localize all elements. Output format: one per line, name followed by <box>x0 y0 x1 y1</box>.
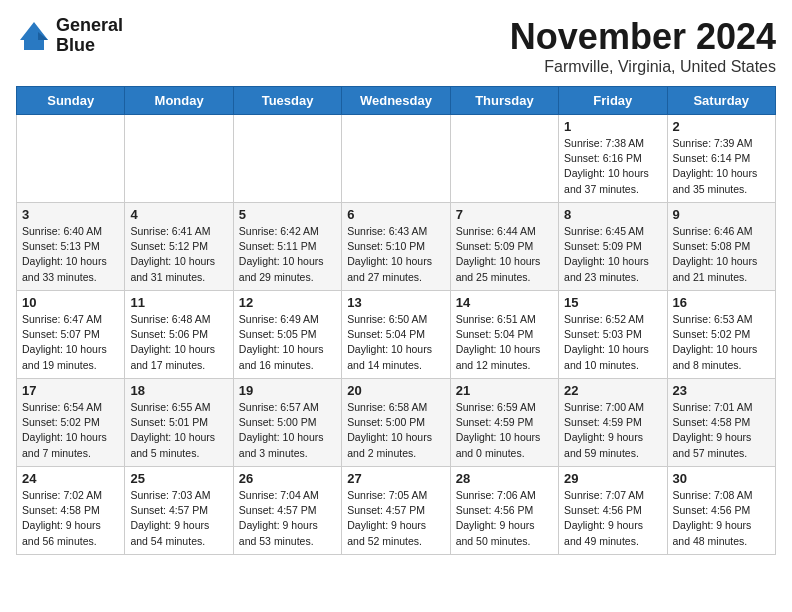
calendar-cell: 12Sunrise: 6:49 AM Sunset: 5:05 PM Dayli… <box>233 291 341 379</box>
day-info: Sunrise: 6:44 AM Sunset: 5:09 PM Dayligh… <box>456 224 553 285</box>
calendar-body: 1Sunrise: 7:38 AM Sunset: 6:16 PM Daylig… <box>17 115 776 555</box>
day-number: 4 <box>130 207 227 222</box>
col-header-sunday: Sunday <box>17 87 125 115</box>
day-info: Sunrise: 7:04 AM Sunset: 4:57 PM Dayligh… <box>239 488 336 549</box>
day-number: 19 <box>239 383 336 398</box>
calendar-cell: 10Sunrise: 6:47 AM Sunset: 5:07 PM Dayli… <box>17 291 125 379</box>
day-info: Sunrise: 6:58 AM Sunset: 5:00 PM Dayligh… <box>347 400 444 461</box>
col-header-friday: Friday <box>559 87 667 115</box>
day-info: Sunrise: 7:07 AM Sunset: 4:56 PM Dayligh… <box>564 488 661 549</box>
calendar-cell <box>233 115 341 203</box>
day-number: 12 <box>239 295 336 310</box>
day-number: 5 <box>239 207 336 222</box>
col-header-wednesday: Wednesday <box>342 87 450 115</box>
day-info: Sunrise: 6:42 AM Sunset: 5:11 PM Dayligh… <box>239 224 336 285</box>
day-info: Sunrise: 6:45 AM Sunset: 5:09 PM Dayligh… <box>564 224 661 285</box>
day-number: 10 <box>22 295 119 310</box>
calendar-header: SundayMondayTuesdayWednesdayThursdayFrid… <box>17 87 776 115</box>
calendar-cell: 30Sunrise: 7:08 AM Sunset: 4:56 PM Dayli… <box>667 467 775 555</box>
calendar-cell: 18Sunrise: 6:55 AM Sunset: 5:01 PM Dayli… <box>125 379 233 467</box>
day-number: 23 <box>673 383 770 398</box>
calendar-cell: 5Sunrise: 6:42 AM Sunset: 5:11 PM Daylig… <box>233 203 341 291</box>
day-info: Sunrise: 6:47 AM Sunset: 5:07 PM Dayligh… <box>22 312 119 373</box>
calendar-week-5: 24Sunrise: 7:02 AM Sunset: 4:58 PM Dayli… <box>17 467 776 555</box>
day-number: 14 <box>456 295 553 310</box>
day-info: Sunrise: 6:49 AM Sunset: 5:05 PM Dayligh… <box>239 312 336 373</box>
calendar-cell: 9Sunrise: 6:46 AM Sunset: 5:08 PM Daylig… <box>667 203 775 291</box>
calendar-cell: 25Sunrise: 7:03 AM Sunset: 4:57 PM Dayli… <box>125 467 233 555</box>
logo: General Blue <box>16 16 123 56</box>
day-number: 21 <box>456 383 553 398</box>
day-info: Sunrise: 6:48 AM Sunset: 5:06 PM Dayligh… <box>130 312 227 373</box>
day-number: 18 <box>130 383 227 398</box>
day-number: 9 <box>673 207 770 222</box>
calendar-cell: 8Sunrise: 6:45 AM Sunset: 5:09 PM Daylig… <box>559 203 667 291</box>
day-info: Sunrise: 7:39 AM Sunset: 6:14 PM Dayligh… <box>673 136 770 197</box>
day-number: 3 <box>22 207 119 222</box>
day-info: Sunrise: 6:57 AM Sunset: 5:00 PM Dayligh… <box>239 400 336 461</box>
day-number: 27 <box>347 471 444 486</box>
calendar-cell: 27Sunrise: 7:05 AM Sunset: 4:57 PM Dayli… <box>342 467 450 555</box>
day-info: Sunrise: 7:06 AM Sunset: 4:56 PM Dayligh… <box>456 488 553 549</box>
day-number: 8 <box>564 207 661 222</box>
calendar-cell: 13Sunrise: 6:50 AM Sunset: 5:04 PM Dayli… <box>342 291 450 379</box>
calendar-cell: 11Sunrise: 6:48 AM Sunset: 5:06 PM Dayli… <box>125 291 233 379</box>
day-info: Sunrise: 6:54 AM Sunset: 5:02 PM Dayligh… <box>22 400 119 461</box>
calendar-cell <box>17 115 125 203</box>
day-info: Sunrise: 7:02 AM Sunset: 4:58 PM Dayligh… <box>22 488 119 549</box>
day-info: Sunrise: 7:05 AM Sunset: 4:57 PM Dayligh… <box>347 488 444 549</box>
calendar-cell: 15Sunrise: 6:52 AM Sunset: 5:03 PM Dayli… <box>559 291 667 379</box>
calendar-week-1: 1Sunrise: 7:38 AM Sunset: 6:16 PM Daylig… <box>17 115 776 203</box>
day-info: Sunrise: 6:43 AM Sunset: 5:10 PM Dayligh… <box>347 224 444 285</box>
day-number: 17 <box>22 383 119 398</box>
col-header-saturday: Saturday <box>667 87 775 115</box>
day-info: Sunrise: 7:01 AM Sunset: 4:58 PM Dayligh… <box>673 400 770 461</box>
calendar-cell: 1Sunrise: 7:38 AM Sunset: 6:16 PM Daylig… <box>559 115 667 203</box>
calendar-cell: 24Sunrise: 7:02 AM Sunset: 4:58 PM Dayli… <box>17 467 125 555</box>
calendar-cell: 6Sunrise: 6:43 AM Sunset: 5:10 PM Daylig… <box>342 203 450 291</box>
header-row: SundayMondayTuesdayWednesdayThursdayFrid… <box>17 87 776 115</box>
day-number: 7 <box>456 207 553 222</box>
calendar-cell: 23Sunrise: 7:01 AM Sunset: 4:58 PM Dayli… <box>667 379 775 467</box>
day-number: 16 <box>673 295 770 310</box>
day-number: 11 <box>130 295 227 310</box>
calendar-cell <box>125 115 233 203</box>
day-info: Sunrise: 6:59 AM Sunset: 4:59 PM Dayligh… <box>456 400 553 461</box>
page-header: General Blue November 2024 Farmville, Vi… <box>16 16 776 76</box>
logo-icon <box>16 18 52 54</box>
calendar-cell: 7Sunrise: 6:44 AM Sunset: 5:09 PM Daylig… <box>450 203 558 291</box>
day-info: Sunrise: 6:41 AM Sunset: 5:12 PM Dayligh… <box>130 224 227 285</box>
day-number: 20 <box>347 383 444 398</box>
day-info: Sunrise: 6:51 AM Sunset: 5:04 PM Dayligh… <box>456 312 553 373</box>
col-header-monday: Monday <box>125 87 233 115</box>
day-info: Sunrise: 6:55 AM Sunset: 5:01 PM Dayligh… <box>130 400 227 461</box>
day-number: 26 <box>239 471 336 486</box>
calendar-cell: 20Sunrise: 6:58 AM Sunset: 5:00 PM Dayli… <box>342 379 450 467</box>
calendar-table: SundayMondayTuesdayWednesdayThursdayFrid… <box>16 86 776 555</box>
day-number: 1 <box>564 119 661 134</box>
calendar-cell <box>342 115 450 203</box>
location: Farmville, Virginia, United States <box>510 58 776 76</box>
day-number: 29 <box>564 471 661 486</box>
day-number: 6 <box>347 207 444 222</box>
calendar-cell: 22Sunrise: 7:00 AM Sunset: 4:59 PM Dayli… <box>559 379 667 467</box>
day-number: 28 <box>456 471 553 486</box>
calendar-cell: 26Sunrise: 7:04 AM Sunset: 4:57 PM Dayli… <box>233 467 341 555</box>
calendar-week-2: 3Sunrise: 6:40 AM Sunset: 5:13 PM Daylig… <box>17 203 776 291</box>
title-block: November 2024 Farmville, Virginia, Unite… <box>510 16 776 76</box>
day-info: Sunrise: 6:52 AM Sunset: 5:03 PM Dayligh… <box>564 312 661 373</box>
day-number: 13 <box>347 295 444 310</box>
calendar-cell: 28Sunrise: 7:06 AM Sunset: 4:56 PM Dayli… <box>450 467 558 555</box>
col-header-thursday: Thursday <box>450 87 558 115</box>
calendar-week-3: 10Sunrise: 6:47 AM Sunset: 5:07 PM Dayli… <box>17 291 776 379</box>
calendar-cell: 29Sunrise: 7:07 AM Sunset: 4:56 PM Dayli… <box>559 467 667 555</box>
logo-text: General Blue <box>56 16 123 56</box>
calendar-cell: 3Sunrise: 6:40 AM Sunset: 5:13 PM Daylig… <box>17 203 125 291</box>
day-number: 15 <box>564 295 661 310</box>
day-info: Sunrise: 6:46 AM Sunset: 5:08 PM Dayligh… <box>673 224 770 285</box>
day-info: Sunrise: 7:38 AM Sunset: 6:16 PM Dayligh… <box>564 136 661 197</box>
day-number: 2 <box>673 119 770 134</box>
day-number: 24 <box>22 471 119 486</box>
calendar-cell: 17Sunrise: 6:54 AM Sunset: 5:02 PM Dayli… <box>17 379 125 467</box>
day-info: Sunrise: 7:08 AM Sunset: 4:56 PM Dayligh… <box>673 488 770 549</box>
